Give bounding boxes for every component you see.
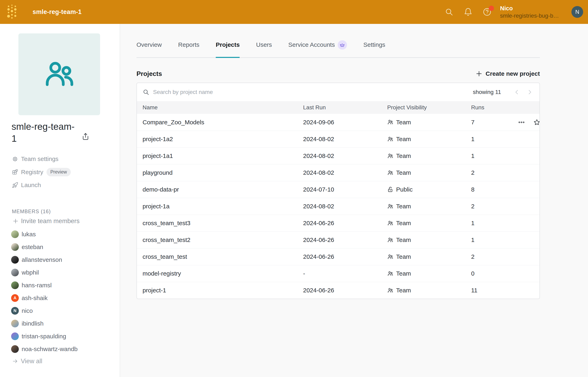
project-name: Compare_Zoo_Models [143, 119, 303, 126]
runs-count: 1 [471, 220, 518, 226]
tab-label: Service Accounts [288, 41, 335, 48]
member-name: ash-shaik [22, 295, 47, 302]
share-icon[interactable] [82, 132, 90, 141]
project-visibility: Team [387, 203, 471, 210]
runs-count: 0 [471, 270, 518, 277]
project-name: playground [143, 169, 303, 176]
table-row-project-1[interactable]: project-12024-06-26Team11 [137, 282, 540, 299]
tab-projects[interactable]: Projects [216, 38, 240, 57]
tab-label: Settings [363, 41, 385, 48]
more-options-button[interactable] [518, 119, 525, 126]
tab-bar: OverviewReportsProjectsUsersService Acco… [136, 38, 540, 58]
project-name: cross_team_test [143, 253, 303, 260]
table-row-cross_team_test2[interactable]: cross_team_test22024-06-26Team1 [137, 231, 540, 248]
user-name: Nico [500, 4, 559, 12]
tab-reports[interactable]: Reports [178, 38, 199, 57]
view-all-label: View all [21, 358, 42, 365]
tab-overview[interactable]: Overview [136, 38, 162, 57]
member-item-wbphil[interactable]: wbphil [11, 266, 116, 279]
notifications-bell-icon[interactable] [464, 7, 473, 17]
team-title: smle-reg-team-1 [11, 121, 77, 145]
table-body: Compare_Zoo_Models2024-09-06Team7project… [137, 114, 540, 299]
last-run-date: 2024-08-02 [303, 169, 387, 176]
table-row-project-1a2[interactable]: project-1a22024-08-02Team1 [137, 130, 540, 147]
visibility-label: Team [396, 220, 411, 226]
user-menu[interactable]: Nico smle-registries-bug-b… [500, 4, 559, 19]
view-all-members-link[interactable]: View all [12, 358, 42, 365]
member-item-ibindlish[interactable]: ibindlish [11, 317, 116, 330]
visibility-label: Team [396, 287, 411, 294]
table-row-project-1a1[interactable]: project-1a12024-08-02Team1 [137, 147, 540, 164]
star-icon [533, 119, 540, 126]
sidebar-item-registry[interactable]: Registry Preview [12, 166, 114, 179]
sidebar-item-label: Launch [21, 182, 41, 188]
grid-icon [12, 169, 18, 175]
favorite-star-button[interactable] [533, 119, 540, 126]
member-avatar [11, 332, 19, 340]
member-name: tristan-spaulding [22, 333, 66, 340]
tab-settings[interactable]: Settings [363, 38, 385, 57]
more-options-icon [518, 119, 525, 126]
notification-dot [489, 6, 494, 11]
project-visibility: Team [387, 270, 471, 277]
table-row-model-registry[interactable]: model-registry-Team0 [137, 265, 540, 282]
visibility-label: Team [396, 270, 411, 277]
search-icon[interactable] [445, 7, 454, 17]
member-item-tristan-spaulding[interactable]: tristan-spaulding [11, 330, 116, 342]
column-header-project-visibility: Project Visibility [387, 104, 471, 111]
last-run-date: 2024-08-02 [303, 136, 387, 142]
runs-count: 2 [471, 203, 518, 210]
team-icon [387, 237, 393, 243]
member-item-lukas[interactable]: lukas [11, 228, 116, 241]
sidebar-links: Team settings Registry Preview Launch [12, 153, 114, 192]
wandb-logo-icon[interactable] [6, 4, 18, 20]
tab-label: Projects [216, 41, 240, 48]
team-icon [387, 254, 393, 260]
member-name: ibindlish [22, 320, 44, 327]
search-icon [143, 89, 149, 95]
user-avatar[interactable]: N [571, 6, 583, 18]
table-row-demo-data-pr[interactable]: demo-data-pr2024-07-10Public8 [137, 181, 540, 198]
runs-count: 1 [471, 153, 518, 159]
topbar-team-name: smle-reg-team-1 [33, 8, 81, 16]
project-name: cross_team_test3 [143, 220, 303, 226]
sidebar-item-team-settings[interactable]: Team settings [12, 153, 114, 166]
create-new-project-label: Create new project [486, 70, 540, 77]
member-item-ash-shaik[interactable]: Aash-shaik [11, 292, 116, 304]
invite-team-members-button[interactable]: Invite team members [12, 217, 79, 225]
member-item-esteban[interactable]: esteban [11, 241, 116, 253]
member-item-noa-schwartz-wandb[interactable]: noa-schwartz-wandb [11, 342, 116, 355]
chevron-right-icon[interactable] [526, 88, 534, 96]
chevron-left-icon[interactable] [513, 88, 521, 96]
visibility-label: Team [396, 253, 411, 260]
member-item-hans-ramsl[interactable]: hans-ramsl [11, 279, 116, 292]
help-icon[interactable] [483, 7, 492, 17]
table-row-cross_team_test3[interactable]: cross_team_test32024-06-26Team1 [137, 215, 540, 231]
member-name: allanstevenson [22, 256, 62, 263]
row-actions [518, 119, 540, 126]
create-new-project-button[interactable]: Create new project [476, 70, 540, 77]
search-input[interactable] [153, 89, 473, 95]
member-name: lukas [22, 231, 36, 238]
table-row-cross_team_test[interactable]: cross_team_test2024-06-26Team2 [137, 248, 540, 265]
project-name: project-1a [143, 203, 303, 210]
plus-icon [476, 70, 482, 77]
tab-label: Overview [136, 41, 162, 48]
lock-open-icon [387, 187, 393, 193]
last-run-date: 2024-06-26 [303, 220, 387, 226]
tab-users[interactable]: Users [256, 38, 272, 57]
project-visibility: Team [387, 153, 471, 159]
team-icon [387, 153, 393, 159]
sidebar-item-launch[interactable]: Launch [12, 178, 114, 192]
tab-service-accounts[interactable]: Service Accounts [288, 38, 347, 57]
table-row-Compare_Zoo_Models[interactable]: Compare_Zoo_Models2024-09-06Team7 [137, 114, 540, 130]
member-item-nico[interactable]: Nnico [11, 304, 116, 317]
table-row-project-1a[interactable]: project-1a2024-08-02Team2 [137, 198, 540, 215]
member-name: esteban [22, 244, 43, 250]
column-header-last-run: Last Run [303, 104, 387, 111]
topbar: smle-reg-team-1 Nico smle-registries-bug… [0, 0, 588, 24]
member-item-allanstevenson[interactable]: allanstevenson [11, 253, 116, 266]
project-visibility: Team [387, 136, 471, 142]
table-row-playground[interactable]: playground2024-08-02Team2 [137, 164, 540, 181]
members-list: lukasestebanallanstevensonwbphilhans-ram… [11, 228, 116, 355]
